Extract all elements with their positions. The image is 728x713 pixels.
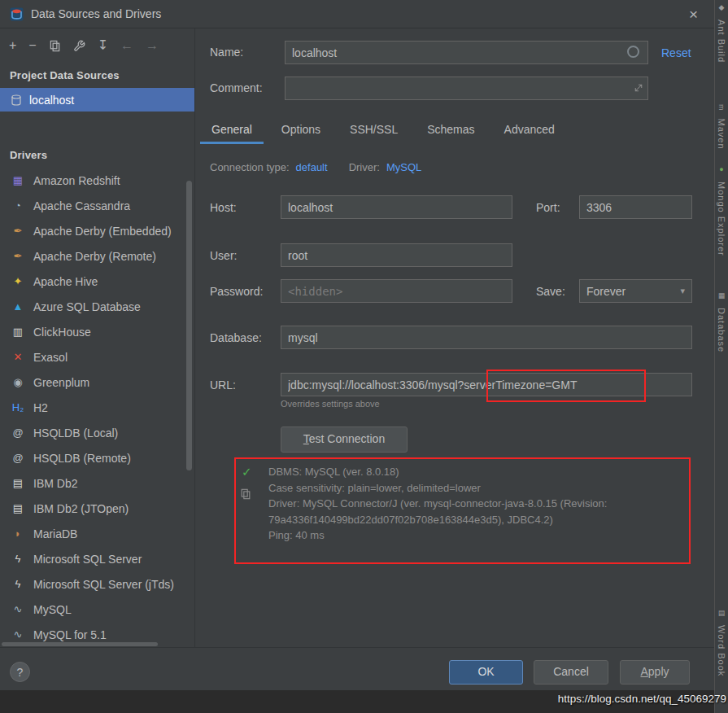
exasol-icon: ✕ bbox=[11, 351, 25, 363]
driver-value[interactable]: MySQL bbox=[386, 161, 421, 173]
remove-icon[interactable]: − bbox=[28, 39, 36, 52]
url-note: Overrides settings above bbox=[281, 399, 380, 409]
driver-item[interactable]: ∿ MySQL bbox=[0, 597, 194, 622]
microsoft-sql-server-jtds-icon: ϟ bbox=[11, 578, 25, 590]
sidebar-horizontal-scrollbar[interactable] bbox=[2, 642, 158, 646]
database-field-wrap bbox=[281, 326, 692, 349]
hsqldb-local-icon: @ bbox=[11, 426, 25, 439]
driver-item[interactable]: ✕ Exasol bbox=[0, 344, 194, 370]
tab-schemas[interactable]: Schemas bbox=[416, 116, 486, 144]
back-icon[interactable]: ← bbox=[120, 39, 133, 52]
project-sources-header: Project Data Sources bbox=[0, 63, 194, 88]
import-icon[interactable]: ↧ bbox=[98, 39, 108, 52]
port-input[interactable] bbox=[579, 195, 692, 219]
reset-link[interactable]: Reset bbox=[661, 46, 691, 59]
app-icon bbox=[10, 7, 24, 21]
tab-general[interactable]: General bbox=[200, 116, 264, 144]
driver-item[interactable]: ▦ Amazon Redshift bbox=[0, 168, 194, 193]
driver-label: Driver: bbox=[349, 161, 380, 173]
ok-button[interactable]: OK bbox=[449, 660, 523, 685]
result-line: DBMS: MySQL (ver. 8.0.18) bbox=[268, 464, 683, 480]
tab-options[interactable]: Options bbox=[270, 116, 332, 144]
greenplum-icon: ◉ bbox=[11, 376, 25, 388]
connection-type-label: Connection type: bbox=[210, 161, 290, 173]
tabs-bar: General Options SSH/SSL Schemas Advanced bbox=[200, 116, 566, 144]
name-input[interactable] bbox=[285, 41, 648, 64]
toolwindow-maven[interactable]: m Maven bbox=[717, 104, 726, 150]
toolwindow-ant-build[interactable]: ◆ Ant Build bbox=[717, 3, 726, 63]
azure-sql-database-icon: ▲ bbox=[11, 300, 25, 313]
apply-button[interactable]: Apply bbox=[620, 660, 690, 685]
driver-item[interactable]: H₂ H2 bbox=[0, 395, 194, 420]
comment-input[interactable] bbox=[285, 77, 648, 100]
forward-icon[interactable]: → bbox=[146, 39, 159, 52]
tab-advanced[interactable]: Advanced bbox=[493, 116, 566, 144]
result-line: Ping: 40 ms bbox=[268, 527, 683, 544]
save-dropdown-value: Forever bbox=[586, 285, 626, 298]
hsqldb-remote-icon: @ bbox=[11, 452, 25, 464]
chevron-down-icon: ▾ bbox=[680, 286, 685, 296]
comment-label: Comment: bbox=[210, 81, 263, 94]
comment-field-wrap bbox=[285, 77, 648, 100]
apache-derby-remote-icon: ✒ bbox=[11, 250, 25, 262]
driver-item[interactable]: ϟ Microsoft SQL Server (jTds) bbox=[0, 571, 194, 597]
driver-item[interactable]: ✒ Apache Derby (Embedded) bbox=[0, 218, 194, 243]
driver-item[interactable]: ✒ Apache Derby (Remote) bbox=[0, 243, 194, 269]
user-input[interactable] bbox=[281, 243, 512, 267]
maven-icon: m bbox=[717, 104, 726, 116]
drivers-header: Drivers bbox=[0, 142, 194, 168]
save-label: Save: bbox=[536, 285, 565, 298]
driver-item[interactable]: @ HSQLDB (Local) bbox=[0, 420, 194, 445]
url-label: URL: bbox=[210, 378, 236, 391]
test-connection-button[interactable]: Test Connection bbox=[281, 426, 408, 453]
driver-list: ▦ Amazon Redshift ◔ Apache Cassandra ✒ A… bbox=[0, 168, 194, 647]
password-input[interactable] bbox=[281, 279, 512, 303]
result-line: Driver: MySQL Connector/J (ver. mysql-co… bbox=[268, 496, 683, 527]
ibm-db2-icon: ▤ bbox=[11, 477, 25, 489]
toolwindow-word-book[interactable]: ▤ Word Book bbox=[717, 609, 726, 676]
driver-item[interactable]: ▤ IBM Db2 (JTOpen) bbox=[0, 496, 194, 521]
add-icon[interactable]: + bbox=[9, 39, 16, 52]
data-sources-dialog: Data Sources and Drivers × + − ↧ ← → Pro… bbox=[0, 0, 728, 713]
clickhouse-icon: ▥ bbox=[11, 326, 25, 338]
password-label: Password: bbox=[210, 285, 263, 298]
driver-item[interactable]: ▲ Azure SQL Database bbox=[0, 294, 194, 319]
driver-item[interactable]: ϟ Microsoft SQL Server bbox=[0, 546, 194, 571]
close-icon[interactable]: × bbox=[689, 7, 704, 22]
sidebar-vertical-scrollbar[interactable] bbox=[186, 181, 192, 470]
help-button[interactable]: ? bbox=[10, 662, 30, 682]
tab-ssh-ssl[interactable]: SSH/SSL bbox=[338, 116, 409, 144]
driver-item[interactable]: ✦ Apache Hive bbox=[0, 269, 194, 294]
driver-item[interactable]: ◉ Greenplum bbox=[0, 370, 194, 395]
driver-item[interactable]: ◔ Apache Cassandra bbox=[0, 193, 194, 218]
url-input[interactable] bbox=[281, 373, 692, 396]
apache-hive-icon: ✦ bbox=[11, 275, 25, 287]
wrench-icon[interactable] bbox=[73, 40, 85, 52]
database-input[interactable] bbox=[281, 326, 692, 349]
driver-item[interactable]: ◗ MariaDB bbox=[0, 521, 194, 546]
password-field-wrap bbox=[281, 279, 512, 303]
url-field-wrap bbox=[281, 373, 692, 396]
host-input[interactable] bbox=[281, 195, 512, 219]
database-label: Database: bbox=[210, 331, 262, 344]
name-label: Name: bbox=[210, 46, 243, 59]
expand-icon[interactable] bbox=[634, 83, 643, 93]
toolwindow-database[interactable]: ▦ Database bbox=[717, 291, 726, 352]
user-label: User: bbox=[210, 249, 237, 262]
datasource-icon bbox=[11, 94, 22, 106]
connection-type-value[interactable]: default bbox=[296, 161, 328, 173]
ant-build-icon: ◆ bbox=[717, 3, 726, 16]
driver-item[interactable]: ▤ IBM Db2 bbox=[0, 470, 194, 496]
driver-item[interactable]: @ HSQLDB (Remote) bbox=[0, 445, 194, 470]
copy-icon[interactable] bbox=[49, 40, 61, 52]
datasource-label: localhost bbox=[29, 94, 74, 107]
copy-result-icon[interactable] bbox=[240, 488, 251, 502]
datasource-item-localhost[interactable]: localhost bbox=[0, 88, 194, 112]
cancel-button[interactable]: Cancel bbox=[534, 660, 608, 685]
sidebar-toolbar: + − ↧ ← → bbox=[0, 28, 194, 63]
toolwindow-mongo-explorer[interactable]: ● Mongo Explorer bbox=[717, 165, 726, 256]
save-dropdown[interactable]: Forever ▾ bbox=[579, 279, 692, 303]
driver-item[interactable]: ▥ ClickHouse bbox=[0, 319, 194, 344]
host-label: Host: bbox=[210, 201, 237, 214]
port-label: Port: bbox=[536, 201, 560, 214]
